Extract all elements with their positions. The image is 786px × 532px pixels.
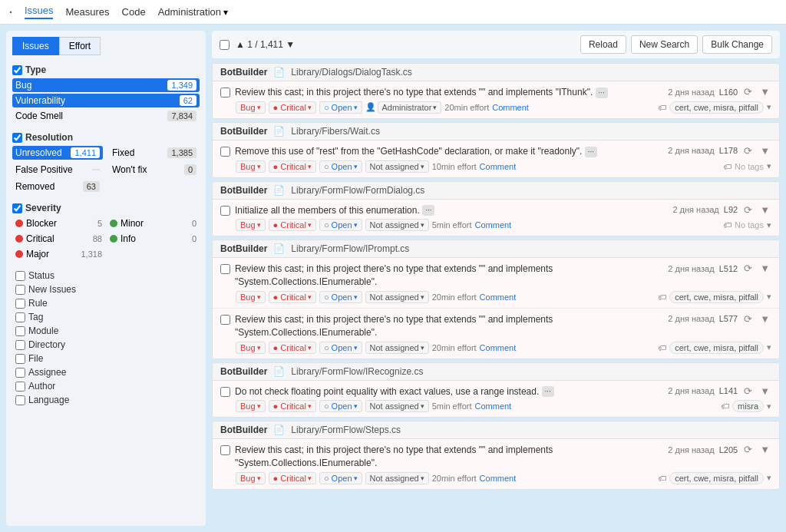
issue-checkbox[interactable] bbox=[220, 147, 230, 157]
filter-type-vulnerability[interactable]: Vulnerability 62 bbox=[12, 94, 200, 107]
status-chip[interactable]: ○ Open ▾ bbox=[319, 219, 362, 231]
severity-chip[interactable]: ● Critical ▾ bbox=[269, 472, 316, 484]
new-search-button[interactable]: New Search bbox=[631, 35, 698, 54]
status-chip[interactable]: ○ Open ▾ bbox=[319, 291, 362, 303]
nav-issues[interactable]: Issues bbox=[25, 5, 54, 19]
comment-link[interactable]: Comment bbox=[480, 343, 517, 352]
ellipsis-button[interactable]: ··· bbox=[596, 88, 608, 98]
status-chip[interactable]: ○ Open ▾ bbox=[319, 472, 362, 484]
assignee-chip[interactable]: Not assigned ▾ bbox=[365, 291, 429, 303]
comment-link[interactable]: Comment bbox=[480, 292, 517, 302]
issue-checkbox[interactable] bbox=[220, 445, 230, 455]
filter-assignee[interactable]: Assignee bbox=[12, 365, 200, 379]
filter-icon[interactable]: ▼ bbox=[758, 204, 771, 216]
comment-link[interactable]: Comment bbox=[475, 401, 512, 411]
select-all-checkbox[interactable] bbox=[220, 40, 230, 50]
filter-resolution-fixed[interactable]: Fixed 1,385 bbox=[109, 146, 200, 160]
comment-link[interactable]: Comment bbox=[475, 220, 512, 230]
type-chip[interactable]: Bug ▾ bbox=[236, 342, 266, 354]
nav-measures[interactable]: Measures bbox=[65, 6, 109, 18]
type-chip[interactable]: Bug ▾ bbox=[236, 160, 266, 173]
assignee-chip[interactable]: Not assigned ▾ bbox=[365, 472, 429, 484]
tab-issues[interactable]: Issues bbox=[12, 37, 59, 55]
filter-icon[interactable]: ▼ bbox=[758, 86, 771, 97]
tags-chevron-icon[interactable]: ▾ bbox=[767, 401, 771, 411]
sync-icon[interactable]: ⟳ bbox=[742, 86, 754, 97]
filter-resolution-checkbox[interactable] bbox=[12, 133, 22, 143]
severity-chip[interactable]: ● Critical ▾ bbox=[269, 342, 316, 354]
sync-icon[interactable]: ⟳ bbox=[742, 444, 754, 455]
filter-type-bug[interactable]: Bug 1,349 bbox=[12, 78, 200, 92]
filter-severity-checkbox[interactable] bbox=[12, 203, 22, 213]
severity-major[interactable]: Major 1,318 bbox=[12, 247, 105, 261]
ellipsis-button[interactable]: ··· bbox=[585, 147, 597, 157]
severity-chip[interactable]: ● Critical ▾ bbox=[269, 400, 316, 412]
filter-status-checkbox[interactable] bbox=[15, 271, 25, 281]
ellipsis-button[interactable]: ··· bbox=[542, 386, 554, 397]
assignee-chip[interactable]: Not assigned ▾ bbox=[365, 219, 429, 231]
type-chip[interactable]: Bug ▾ bbox=[236, 472, 266, 484]
tags-chevron-icon[interactable]: ▾ bbox=[767, 473, 771, 483]
filter-new-issues-checkbox[interactable] bbox=[15, 285, 25, 295]
filter-tag-checkbox[interactable] bbox=[15, 312, 25, 322]
tags-chevron-icon[interactable]: ▾ bbox=[767, 220, 771, 230]
filter-author[interactable]: Author bbox=[12, 379, 200, 393]
nav-administration[interactable]: Administration ▾ bbox=[158, 6, 228, 18]
filter-icon[interactable]: ▼ bbox=[758, 263, 771, 274]
issue-checkbox[interactable] bbox=[220, 88, 230, 97]
comment-link[interactable]: Comment bbox=[492, 103, 529, 112]
severity-minor[interactable]: Minor 0 bbox=[107, 216, 200, 230]
nav-code[interactable]: Code bbox=[122, 6, 146, 18]
assignee-chip[interactable]: Not assigned ▾ bbox=[365, 342, 429, 354]
filter-resolution-unresolved[interactable]: Unresolved 1,411 bbox=[12, 146, 103, 160]
severity-chip[interactable]: ● Critical ▾ bbox=[269, 219, 316, 231]
filter-tag[interactable]: Tag bbox=[12, 310, 200, 324]
filter-icon[interactable]: ▼ bbox=[758, 145, 771, 157]
severity-chip[interactable]: ● Critical ▾ bbox=[269, 160, 316, 173]
filter-module-checkbox[interactable] bbox=[15, 326, 25, 336]
filter-author-checkbox[interactable] bbox=[15, 382, 25, 392]
filter-icon[interactable]: ▼ bbox=[758, 385, 771, 397]
tags-chevron-icon[interactable]: ▾ bbox=[767, 161, 771, 171]
filter-file-checkbox[interactable] bbox=[15, 354, 25, 364]
filter-directory[interactable]: Directory bbox=[12, 338, 200, 352]
filter-resolution-removed[interactable]: Removed 63 bbox=[12, 180, 103, 193]
bulk-change-button[interactable]: Bulk Change bbox=[702, 35, 772, 54]
issue-checkbox[interactable] bbox=[220, 387, 230, 397]
filter-resolution-false-positive[interactable]: False Positive bbox=[12, 163, 103, 177]
filter-assignee-checkbox[interactable] bbox=[15, 368, 25, 378]
type-chip[interactable]: Bug ▾ bbox=[236, 291, 266, 303]
severity-info[interactable]: Info 0 bbox=[107, 232, 200, 246]
type-chip[interactable]: Bug ▾ bbox=[236, 400, 266, 412]
sync-icon[interactable]: ⟳ bbox=[742, 385, 754, 397]
comment-link[interactable]: Comment bbox=[480, 162, 517, 171]
tags-chevron-icon[interactable]: ▾ bbox=[767, 102, 771, 112]
filter-icon[interactable]: ▼ bbox=[758, 313, 771, 325]
comment-link[interactable]: Comment bbox=[480, 474, 517, 483]
tab-effort[interactable]: Effort bbox=[59, 37, 101, 55]
sync-icon[interactable]: ⟳ bbox=[742, 204, 754, 216]
filter-type-checkbox[interactable] bbox=[12, 65, 22, 75]
tags-chevron-icon[interactable]: ▾ bbox=[767, 342, 771, 352]
type-chip[interactable]: Bug ▾ bbox=[236, 219, 266, 231]
status-chip[interactable]: ○ Open ▾ bbox=[319, 400, 362, 412]
issue-checkbox[interactable] bbox=[220, 315, 230, 325]
type-chip[interactable]: Bug ▾ bbox=[236, 101, 266, 114]
status-chip[interactable]: ○ Open ▾ bbox=[319, 101, 362, 114]
filter-language-checkbox[interactable] bbox=[15, 395, 25, 405]
issue-checkbox[interactable] bbox=[220, 206, 230, 216]
sync-icon[interactable]: ⟳ bbox=[742, 263, 754, 274]
filter-file[interactable]: File bbox=[12, 352, 200, 365]
severity-critical[interactable]: Critical 88 bbox=[12, 232, 105, 246]
severity-chip[interactable]: ● Critical ▾ bbox=[269, 101, 316, 114]
tags-chevron-icon[interactable]: ▾ bbox=[767, 292, 771, 302]
assignee-chip[interactable]: Not assigned ▾ bbox=[365, 400, 429, 412]
filter-icon[interactable]: ▼ bbox=[758, 444, 771, 455]
filter-new-issues[interactable]: New Issues bbox=[12, 283, 200, 296]
severity-blocker[interactable]: Blocker 5 bbox=[12, 216, 105, 230]
filter-resolution-wont-fix[interactable]: Won't fix 0 bbox=[109, 163, 200, 177]
filter-language[interactable]: Language bbox=[12, 393, 200, 407]
filter-type-codesmell[interactable]: Code Smell 7,834 bbox=[12, 109, 200, 123]
ellipsis-button[interactable]: ··· bbox=[422, 205, 434, 216]
filter-status[interactable]: Status bbox=[12, 269, 200, 283]
